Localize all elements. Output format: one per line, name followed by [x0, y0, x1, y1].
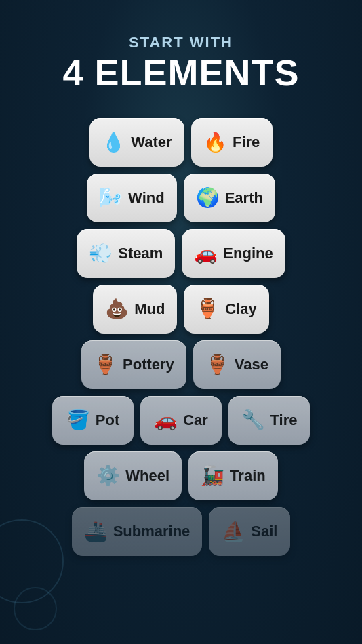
element-label-fire: Fire	[233, 134, 260, 151]
header-subtitle: START WITH	[14, 34, 348, 52]
element-btn-vase[interactable]: 🏺Vase	[193, 340, 281, 389]
element-label-vase: Vase	[235, 356, 268, 374]
element-btn-car[interactable]: 🚗Car	[140, 396, 222, 445]
element-btn-train[interactable]: 🚂Train	[188, 451, 278, 500]
grid-row-4: 🏺Pottery🏺Vase	[81, 340, 281, 389]
element-emoji-mud: 💩	[105, 300, 129, 319]
element-btn-water[interactable]: 💧Water	[89, 118, 184, 167]
element-btn-pot[interactable]: 🪣Pot	[52, 396, 134, 445]
element-label-pottery: Pottery	[123, 356, 174, 374]
element-emoji-wind: 🌬️	[99, 188, 123, 207]
grid-row-6: ⚙️Wheel🚂Train	[84, 451, 277, 500]
element-label-train: Train	[230, 467, 266, 485]
element-emoji-pottery: 🏺	[94, 355, 117, 374]
element-emoji-steam: 💨	[89, 244, 113, 263]
element-emoji-tire: 🔧	[241, 411, 265, 430]
element-label-water: Water	[131, 134, 172, 151]
header-title: 4 ELEMENTS	[14, 54, 348, 91]
element-emoji-fire: 🔥	[203, 133, 227, 152]
element-emoji-water: 💧	[102, 133, 125, 152]
element-label-wheel: Wheel	[125, 467, 169, 485]
element-label-car: Car	[183, 411, 208, 429]
element-emoji-clay: 🏺	[196, 300, 220, 319]
element-btn-submarine[interactable]: 🚢Submarine	[72, 507, 203, 556]
element-btn-tire[interactable]: 🔧Tire	[228, 396, 310, 445]
element-emoji-car: 🚗	[154, 411, 178, 430]
element-btn-clay[interactable]: 🏺Clay	[184, 285, 268, 334]
header: START WITH 4 ELEMENTS	[0, 0, 362, 111]
element-label-submarine: Submarine	[113, 523, 190, 540]
element-label-clay: Clay	[225, 300, 256, 318]
element-btn-fire[interactable]: 🔥Fire	[191, 118, 273, 167]
element-btn-earth[interactable]: 🌍Earth	[184, 174, 275, 222]
element-btn-sail[interactable]: ⛵Sail	[209, 507, 290, 556]
element-label-tire: Tire	[270, 411, 298, 429]
element-emoji-vase: 🏺	[205, 355, 229, 374]
element-emoji-engine: 🚗	[194, 244, 218, 263]
element-emoji-earth: 🌍	[196, 188, 220, 207]
element-btn-wind[interactable]: 🌬️Wind	[87, 174, 177, 222]
grid-row-5: 🪣Pot🚗Car🔧Tire	[52, 396, 310, 445]
element-label-pot: Pot	[96, 411, 119, 429]
element-emoji-submarine: 🚢	[84, 522, 108, 541]
element-emoji-sail: ⛵	[222, 522, 245, 541]
grid-row-3: 💩Mud🏺Clay	[93, 285, 269, 334]
grid-row-2: 💨Steam🚗Engine	[77, 229, 285, 278]
element-label-wind: Wind	[128, 189, 165, 207]
element-label-earth: Earth	[225, 189, 263, 207]
grid-row-1: 🌬️Wind🌍Earth	[87, 174, 275, 222]
element-btn-pottery[interactable]: 🏺Pottery	[81, 340, 186, 389]
element-btn-engine[interactable]: 🚗Engine	[182, 229, 285, 278]
element-btn-steam[interactable]: 💨Steam	[77, 229, 175, 278]
grid-row-7: 🚢Submarine⛵Sail	[72, 507, 291, 556]
element-emoji-train: 🚂	[201, 466, 224, 485]
element-emoji-wheel: ⚙️	[96, 466, 120, 485]
element-emoji-pot: 🪣	[66, 411, 90, 430]
element-label-mud: Mud	[134, 300, 165, 318]
element-label-steam: Steam	[118, 245, 163, 262]
element-label-sail: Sail	[251, 523, 277, 540]
element-label-engine: Engine	[223, 245, 273, 262]
elements-grid: 💧Water🔥Fire🌬️Wind🌍Earth💨Steam🚗Engine💩Mud…	[0, 111, 362, 563]
element-btn-wheel[interactable]: ⚙️Wheel	[84, 451, 182, 500]
element-btn-mud[interactable]: 💩Mud	[93, 285, 177, 334]
grid-row-0: 💧Water🔥Fire	[89, 118, 272, 167]
